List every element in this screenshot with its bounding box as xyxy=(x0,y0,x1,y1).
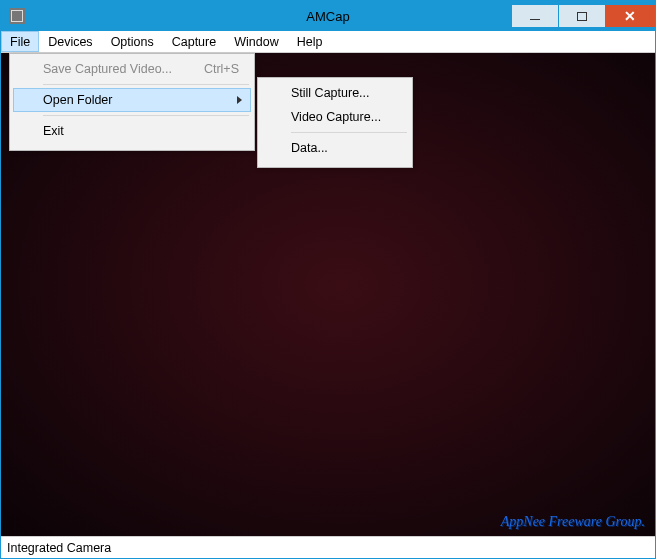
menu-window[interactable]: Window xyxy=(225,31,287,52)
menubar: File Devices Options Capture Window Help xyxy=(1,31,655,53)
titlebar[interactable]: AMCap ✕ xyxy=(1,1,655,31)
status-text: Integrated Camera xyxy=(7,541,111,555)
window-controls: ✕ xyxy=(512,5,655,27)
submenu-arrow-icon xyxy=(237,96,242,104)
app-window: AMCap ✕ File Devices Options Capture Win… xyxy=(0,0,656,559)
maximize-button[interactable] xyxy=(559,5,605,27)
menu-separator xyxy=(43,115,249,116)
menu-separator xyxy=(43,84,249,85)
menuitem-save-captured-video[interactable]: Save Captured Video... Ctrl+S xyxy=(13,57,251,81)
menu-file[interactable]: File xyxy=(1,31,39,52)
menu-separator xyxy=(291,132,407,133)
menuitem-label: Exit xyxy=(43,124,64,138)
menuitem-label: Video Capture... xyxy=(291,110,381,124)
maximize-icon xyxy=(577,12,587,21)
menuitem-label: Open Folder xyxy=(43,93,112,107)
menuitem-video-capture[interactable]: Video Capture... xyxy=(261,105,409,129)
menu-options[interactable]: Options xyxy=(102,31,163,52)
app-icon xyxy=(9,8,25,24)
watermark-text: AppNee Freeware Group. xyxy=(501,514,645,530)
statusbar: Integrated Camera xyxy=(1,536,655,558)
close-button[interactable]: ✕ xyxy=(605,5,655,27)
menu-capture[interactable]: Capture xyxy=(163,31,225,52)
menuitem-accel: Ctrl+S xyxy=(204,62,251,76)
menuitem-label: Data... xyxy=(291,141,328,155)
menuitem-label: Still Capture... xyxy=(291,86,370,100)
open-folder-submenu: Still Capture... Video Capture... Data..… xyxy=(257,77,413,168)
menuitem-exit[interactable]: Exit xyxy=(13,119,251,143)
menu-help[interactable]: Help xyxy=(288,31,332,52)
menuitem-open-folder[interactable]: Open Folder xyxy=(13,88,251,112)
menu-padding xyxy=(13,143,251,147)
menu-padding xyxy=(261,160,409,164)
menuitem-label: Save Captured Video... xyxy=(43,62,172,76)
minimize-icon xyxy=(530,19,540,20)
menu-devices[interactable]: Devices xyxy=(39,31,101,52)
menuitem-still-capture[interactable]: Still Capture... xyxy=(261,81,409,105)
minimize-button[interactable] xyxy=(512,5,558,27)
file-menu-dropdown: Save Captured Video... Ctrl+S Open Folde… xyxy=(9,53,255,151)
menuitem-data[interactable]: Data... xyxy=(261,136,409,160)
close-icon: ✕ xyxy=(624,8,636,24)
